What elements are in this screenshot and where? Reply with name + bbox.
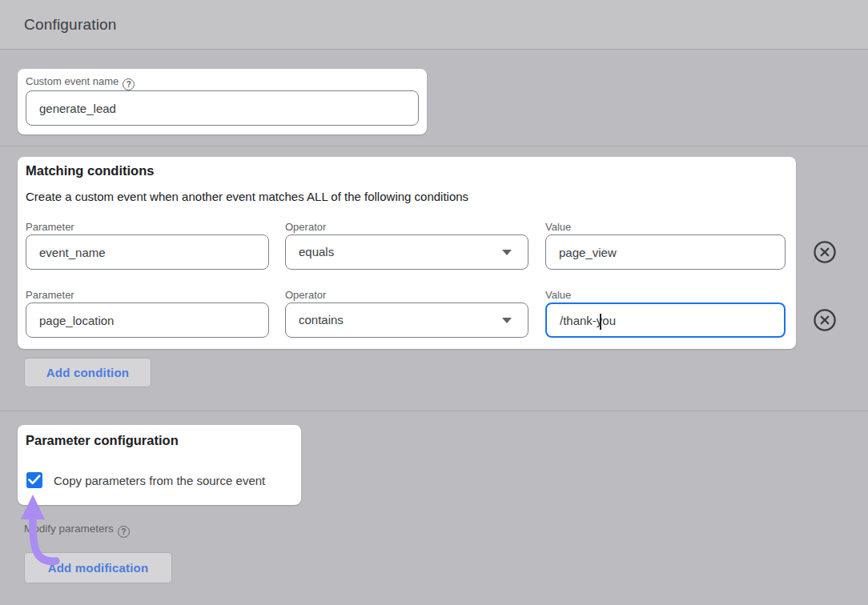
- help-icon[interactable]: ?: [123, 78, 135, 90]
- close-circle-icon: [813, 308, 837, 332]
- text-cursor: [600, 314, 601, 330]
- custom-event-name-label: Custom event name?: [26, 75, 135, 90]
- condition-1-value-input[interactable]: [546, 235, 785, 269]
- page-title: Configuration: [24, 0, 117, 50]
- close-circle-icon: [813, 240, 837, 264]
- custom-event-name-field: [26, 90, 419, 126]
- add-modification-button[interactable]: Add modification: [24, 552, 172, 583]
- parameter-configuration-title: Parameter configuration: [26, 433, 179, 448]
- copy-parameters-checkbox[interactable]: [26, 472, 42, 488]
- matching-conditions-description: Create a custom event when another event…: [26, 190, 468, 203]
- condition-1-value-field: [545, 234, 786, 270]
- condition-2-value-input[interactable]: [547, 304, 784, 336]
- chevron-down-icon: [502, 318, 512, 323]
- value-column-label: Value: [545, 289, 571, 301]
- custom-event-name-card: Custom event name?: [18, 69, 427, 134]
- matching-conditions-title: Matching conditions: [26, 163, 154, 178]
- section-divider: [0, 411, 868, 411]
- modify-parameters-label: Modify parameters?: [24, 523, 130, 538]
- parameter-column-label: Parameter: [26, 289, 74, 301]
- condition-1-operator-select[interactable]: equals: [285, 234, 528, 270]
- chevron-down-icon: [502, 250, 512, 255]
- condition-2-parameter-input[interactable]: [26, 303, 268, 337]
- condition-2-value-field: [545, 302, 786, 338]
- value-column-label: Value: [545, 221, 571, 233]
- section-divider: [0, 146, 868, 146]
- help-icon[interactable]: ?: [118, 526, 130, 538]
- add-condition-button[interactable]: Add condition: [24, 358, 151, 387]
- configuration-screen: Configuration Custom event name? Matchin…: [0, 0, 868, 605]
- matching-conditions-card: Matching conditions Create a custom even…: [18, 157, 796, 349]
- operator-column-label: Operator: [285, 289, 326, 301]
- parameter-column-label: Parameter: [26, 221, 74, 233]
- checkmark-icon: [28, 475, 41, 485]
- header-bar: Configuration: [0, 0, 868, 50]
- remove-condition-1-button[interactable]: [813, 240, 837, 264]
- condition-2-operator-select[interactable]: contains: [285, 302, 528, 338]
- modify-parameters-label-text: Modify parameters: [24, 523, 114, 535]
- condition-1-operator-value: equals: [299, 235, 334, 269]
- condition-1-parameter-field: [26, 234, 269, 270]
- operator-column-label: Operator: [285, 221, 326, 233]
- condition-2-parameter-field: [26, 302, 269, 338]
- custom-event-name-label-text: Custom event name: [26, 75, 119, 87]
- condition-2-operator-value: contains: [299, 303, 344, 337]
- remove-condition-2-button[interactable]: [813, 308, 837, 332]
- custom-event-name-input[interactable]: [26, 91, 418, 125]
- copy-parameters-label: Copy parameters from the source event: [54, 474, 265, 487]
- condition-1-parameter-input[interactable]: [26, 235, 268, 269]
- parameter-configuration-card: Parameter configuration: [18, 425, 301, 505]
